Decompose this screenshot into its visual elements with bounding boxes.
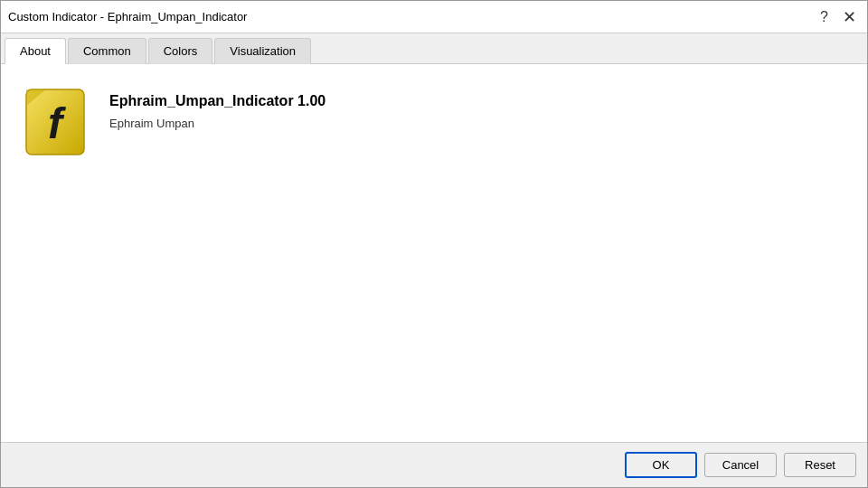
- help-button[interactable]: ?: [816, 10, 832, 24]
- tab-common[interactable]: Common: [68, 38, 146, 64]
- indicator-icon: f: [19, 86, 91, 158]
- dialog-window: Custom Indicator - Ephraim_Umpan_Indicat…: [0, 0, 868, 488]
- content-area: f Ephraim_Umpan_Indicator 1.00 Ephraim U…: [1, 64, 867, 442]
- close-button[interactable]: ✕: [839, 9, 860, 25]
- tab-visualization[interactable]: Visualization: [214, 38, 311, 64]
- cancel-button[interactable]: Cancel: [704, 453, 777, 477]
- title-bar: Custom Indicator - Ephraim_Umpan_Indicat…: [1, 1, 867, 33]
- about-section: f Ephraim_Umpan_Indicator 1.00 Ephraim U…: [19, 86, 849, 158]
- tab-bar: About Common Colors Visualization: [1, 33, 867, 64]
- button-row: OK Cancel Reset: [1, 442, 867, 487]
- tab-about[interactable]: About: [5, 38, 66, 64]
- tab-colors[interactable]: Colors: [148, 38, 213, 64]
- ok-button[interactable]: OK: [625, 452, 697, 478]
- indicator-title: Ephraim_Umpan_Indicator 1.00: [109, 93, 326, 109]
- dialog-title: Custom Indicator - Ephraim_Umpan_Indicat…: [8, 10, 247, 23]
- indicator-author: Ephraim Umpan: [109, 117, 326, 130]
- title-bar-controls: ? ✕: [816, 9, 860, 25]
- about-info: Ephraim_Umpan_Indicator 1.00 Ephraim Ump…: [109, 86, 326, 130]
- reset-button[interactable]: Reset: [784, 453, 856, 477]
